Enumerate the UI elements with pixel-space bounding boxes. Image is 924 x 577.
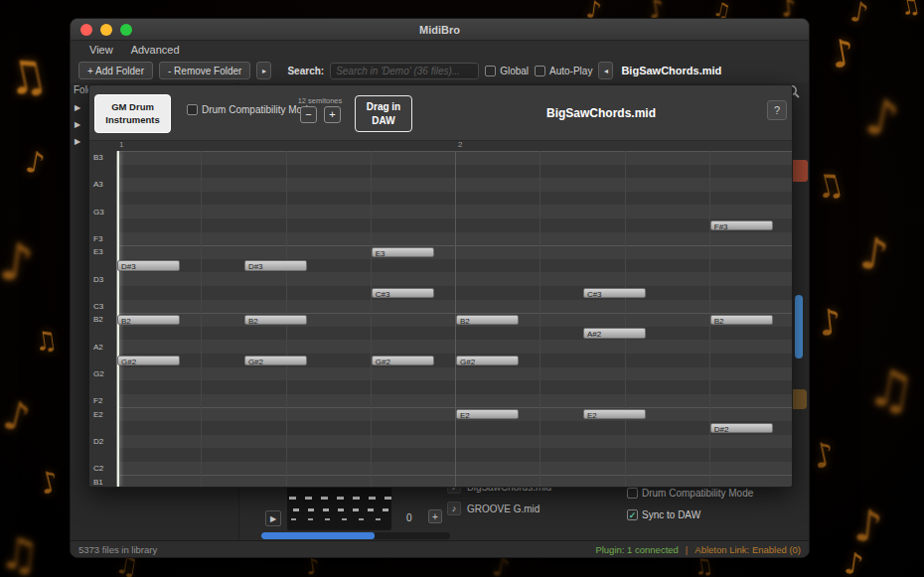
midi-note-Ds3[interactable]: D#3 [244,260,307,271]
pitch-row-Ds3[interactable] [116,259,792,273]
options-panel: Drum Compatibility Mode ✓ Sync to DAW [627,488,806,531]
autoplay-checkbox[interactable] [535,66,545,76]
drum-compat-checkbox[interactable] [627,488,638,499]
midi-note-B2[interactable]: B2 [244,315,307,326]
pitch-label: D2 [93,435,103,449]
pitch-row-E2[interactable] [116,407,792,421]
midi-note-Cs3[interactable]: C#3 [372,288,434,299]
pitch-row-As3[interactable] [116,165,792,179]
sync-to-daw-option: ✓ Sync to DAW [627,509,806,520]
wallpaper-music-note: ♫ [898,0,923,21]
pitch-row-Cs2[interactable] [116,448,792,462]
help-button[interactable]: ? [767,100,787,120]
midi-note-Ds2[interactable]: D#2 [710,423,773,434]
pitch-label: E2 [93,407,103,421]
titlebar[interactable]: MidiBro [71,19,809,41]
piano-roll-panel: GM Drum Instruments Drum Compatibility M… [88,84,793,488]
pitch-label: G3 [93,205,104,218]
wallpaper-music-note: ♪ [0,230,37,294]
tree-expand-icon[interactable]: ▶ [75,120,80,129]
midi-note-E2[interactable]: E2 [456,409,519,420]
midi-note-Gs2[interactable]: G#2 [456,356,519,366]
transpose-plus-button[interactable]: + [428,509,442,523]
semitones-label: 12 semitones [289,96,351,105]
statusbar-separator: | [686,544,688,555]
wallpaper-music-note: ♪ [817,301,844,344]
transpose-up-button[interactable]: + [324,106,341,123]
pitch-row-A2[interactable] [116,340,792,354]
pitch-labels-gutter: B3A3G3F3E3D3C3B2A2G2F2E2D2C2B1 [89,151,116,487]
midi-note-Gs2[interactable]: G#2 [244,356,307,366]
folders-panel-label: Folders [74,84,89,95]
add-folder-button[interactable]: + Add Folder [78,62,153,79]
current-file-label: BigSawChords.mid [621,65,721,76]
preview-player: ▶ 0 + [257,485,456,540]
midi-note-Fs3[interactable]: F#3 [710,220,773,231]
piano-roll-header: GM Drum Instruments Drum Compatibility M… [89,85,792,141]
global-checkbox[interactable] [485,66,496,76]
file-list-item[interactable]: ♪ GROOVE G.mid [443,498,622,519]
global-option: Global [485,66,529,76]
pitch-row-Gs3[interactable] [116,192,792,206]
pitch-row-C2[interactable] [116,462,792,476]
pitch-row-Ds2[interactable] [116,421,792,435]
pitch-row-B1[interactable] [116,475,792,487]
pitch-row-G2[interactable] [116,367,792,381]
playback-progress-bar[interactable] [261,532,450,539]
pitch-row-G3[interactable] [116,205,792,218]
mini-note-preview [287,485,391,530]
pitch-row-E3[interactable] [116,245,792,259]
pitch-row-Fs2[interactable] [116,380,792,394]
drum-compat-mode-checkbox[interactable] [187,104,198,115]
pitch-row-B3[interactable] [116,151,792,165]
transpose-value: 0 [406,512,412,523]
menu-view[interactable]: View [80,44,122,56]
pitch-label: B3 [93,151,103,165]
drag-in-daw-button[interactable]: Drag in DAW [355,95,412,132]
midi-note-E2[interactable]: E2 [583,409,646,420]
pitch-row-A3[interactable] [116,178,792,192]
midi-note-B2[interactable]: B2 [117,315,180,326]
timeline-ruler[interactable]: 12 [116,141,792,151]
pitch-row-D2[interactable] [116,435,792,449]
pitch-row-F3[interactable] [116,232,792,246]
collapse-panel-icon[interactable]: ◂ [598,62,613,79]
piano-roll-grid[interactable]: D#3B2G#2D#3B2G#2E3C#3G#2B2G#2E2C#3A#2E2F… [116,151,792,487]
autoplay-label: Auto-Play [549,66,592,76]
midi-note-B2[interactable]: B2 [456,315,519,326]
pitch-label: B1 [93,475,103,488]
midi-note-E3[interactable]: E3 [372,247,434,258]
play-button[interactable]: ▶ [265,510,281,526]
pitch-row-As2[interactable] [116,327,792,341]
pitch-row-C3[interactable] [116,300,792,314]
search-input[interactable] [330,63,479,79]
sync-to-daw-checkbox[interactable]: ✓ [627,509,638,520]
menu-advanced[interactable]: Advanced [122,44,189,56]
pitch-label: F3 [93,232,102,246]
pitch-row-F2[interactable] [116,394,792,408]
ableton-link-status: Ableton Link: Enabled (0) [694,544,801,555]
tree-expand-icon[interactable]: ▶ [75,137,80,146]
pitch-row-Cs3[interactable] [116,286,792,300]
pitch-row-Gs2[interactable] [116,354,792,367]
tree-expand-icon[interactable]: ▶ [75,103,80,112]
midi-note-Gs2[interactable]: G#2 [372,356,434,366]
midi-note-B2[interactable]: B2 [710,315,773,326]
midi-note-As2[interactable]: A#2 [583,328,646,339]
pitch-row-Fs3[interactable] [116,218,792,232]
wallpaper-music-note: ♪ [851,500,884,553]
transpose-down-button[interactable]: − [300,106,317,123]
expand-panel-icon[interactable]: ▸ [256,62,271,79]
drum-compat-option: Drum Compatibility Mode [627,488,806,499]
gm-drum-instruments-button[interactable]: GM Drum Instruments [94,94,171,133]
midi-note-Cs3[interactable]: C#3 [583,288,646,299]
wallpaper-music-note: ♪ [843,545,866,577]
wallpaper-music-note: ♪ [23,144,48,182]
midi-note-Gs2[interactable]: G#2 [117,356,180,366]
pitch-label: G2 [93,367,104,381]
scrollbar-thumb[interactable] [795,295,803,359]
midi-note-Ds3[interactable]: D#3 [117,260,180,271]
pitch-row-D3[interactable] [116,272,792,286]
remove-folder-button[interactable]: - Remove Folder [159,62,250,79]
pitch-row-B2[interactable] [116,313,792,327]
